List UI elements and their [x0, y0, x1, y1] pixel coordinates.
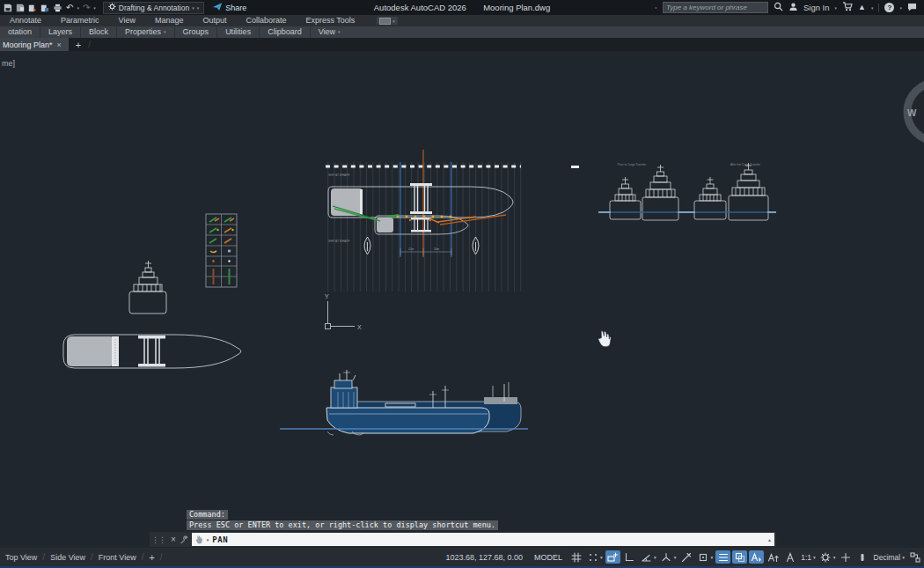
autodesk-logo-icon[interactable]: ▲	[858, 4, 866, 11]
autodesk-caret-icon[interactable]: ▾	[871, 5, 874, 11]
viewcube-west-label[interactable]: W	[907, 107, 917, 118]
annotation-scale-icon[interactable]	[782, 550, 797, 564]
redo-dropdown-icon[interactable]: ▾	[93, 5, 96, 11]
cart-icon[interactable]	[842, 2, 853, 13]
help-icon[interactable]: ?	[884, 3, 894, 12]
snap-caret-icon[interactable]: ▾	[600, 555, 603, 560]
open-icon[interactable]	[28, 4, 37, 12]
annotation-autoscale-toggle[interactable]	[766, 550, 781, 564]
model-space-button[interactable]: MODEL	[530, 553, 567, 562]
share-button[interactable]: Share	[213, 3, 246, 13]
feedback-bubble-icon[interactable]	[907, 3, 917, 13]
polar-tracking-toggle[interactable]	[639, 550, 654, 564]
layout-tab-side-view[interactable]: Side View	[45, 553, 91, 562]
new-drawing-button[interactable]: +	[76, 40, 81, 50]
command-bar[interactable]: ⋮⋮ × ▾ PAN ▴	[150, 532, 776, 547]
units-caret-icon[interactable]: ▾	[902, 555, 905, 560]
transfer-elevation-views: Prior to Cargo Transfer After the Cargo …	[598, 163, 776, 220]
command-bar-close-icon[interactable]: ×	[167, 535, 180, 544]
isometric-drafting-toggle[interactable]	[659, 550, 674, 564]
undo-dropdown-icon[interactable]: ▾	[77, 5, 79, 11]
help-caret-icon[interactable]: ▾	[899, 5, 902, 11]
drawing-canvas[interactable]: me]	[0, 51, 924, 548]
redo-icon[interactable]: ↷	[83, 4, 90, 12]
snap-mode-toggle[interactable]	[585, 550, 600, 564]
system-monitor-icon[interactable]	[907, 550, 922, 564]
panel-clipboard[interactable]: Clipboard	[260, 26, 311, 38]
quick-access-toolbar: ↶ ▾ ↷ ▾	[0, 4, 99, 12]
tab-collaborate[interactable]: Collaborate	[236, 15, 296, 26]
fender-dash-single	[571, 166, 579, 168]
coordinates-display[interactable]: 1023.68, 127.68, 0.00	[441, 553, 529, 562]
polar-caret-icon[interactable]: ▾	[654, 555, 656, 560]
transparency-toggle[interactable]	[732, 550, 747, 564]
object-snap-tracking-toggle[interactable]	[678, 550, 693, 564]
isodraft-caret-icon[interactable]: ▾	[674, 555, 677, 560]
command-expand-icon[interactable]: ▴	[768, 536, 771, 542]
object-snap-toggle[interactable]	[695, 550, 710, 564]
panel-layers[interactable]: Layers	[40, 26, 81, 38]
command-history: Command: Press ESC or ENTER to exit, or …	[187, 510, 498, 531]
osnap-caret-icon[interactable]: ▾	[710, 555, 713, 560]
workspace-switcher[interactable]: Drafting & Annotation ▾ ▾	[103, 2, 204, 14]
grid-display-toggle[interactable]	[568, 550, 583, 564]
panel-block[interactable]: Block	[81, 26, 117, 38]
search-expand-icon[interactable]: ‣	[655, 5, 657, 11]
plan-note-top: SHIP AT WHARF	[328, 173, 349, 177]
tab-express-tools[interactable]: Express Tools	[297, 15, 365, 26]
user-icon[interactable]	[788, 2, 798, 13]
tab-output[interactable]: Output	[193, 15, 236, 26]
ucs-icon[interactable]: Y X	[325, 293, 362, 330]
file-tab-mooring-plan[interactable]: Mooring Plan* ×	[0, 38, 69, 51]
customization-button[interactable]	[839, 550, 854, 564]
command-input[interactable]: ▾ PAN ▴	[192, 533, 774, 546]
scale-caret-icon[interactable]: ▾	[813, 555, 816, 560]
undo-icon[interactable]: ↶	[66, 4, 73, 12]
ucs-x-label: X	[357, 324, 362, 330]
layout-tab-top-view[interactable]: Top View	[0, 553, 42, 562]
panel-utilities[interactable]: Utilities	[217, 26, 260, 38]
panel-properties[interactable]: Properties ▾	[117, 26, 175, 38]
panel-groups[interactable]: Groups	[175, 26, 218, 38]
dimension-label-right: 20m	[434, 247, 440, 251]
panel-view[interactable]: View ▾	[311, 26, 348, 38]
file-tab-close-icon[interactable]: ×	[57, 41, 62, 49]
ribbon-media-button[interactable]: ▾	[377, 17, 398, 25]
title-bar: ↶ ▾ ↷ ▾ Drafting & Annotation ▾ ▾ Share …	[0, 0, 924, 15]
save-as-icon[interactable]	[16, 4, 25, 12]
print-icon[interactable]	[53, 4, 62, 12]
active-command-label: PAN	[212, 535, 228, 544]
units-label[interactable]: Decimal	[872, 553, 903, 562]
panel-annotation[interactable]: otation	[0, 26, 40, 38]
sign-in-caret-icon[interactable]: ▾	[835, 5, 838, 11]
isolate-objects-button[interactable]	[855, 550, 870, 564]
annotation-scale-value[interactable]: 1:1	[799, 553, 813, 562]
layout-tab-front-view[interactable]: Front View	[93, 553, 142, 562]
sign-in-label[interactable]: Sign In	[803, 3, 830, 12]
search-icon[interactable]	[774, 2, 783, 13]
file-tab-divider: /	[88, 40, 91, 49]
viewcube[interactable]: W	[907, 83, 924, 141]
ortho-mode-toggle[interactable]	[622, 550, 637, 564]
lineweight-toggle[interactable]	[715, 550, 730, 564]
customize-wrench-icon[interactable]	[180, 532, 188, 548]
tab-view[interactable]: View	[109, 15, 145, 26]
vessel-front-view-left	[129, 261, 166, 314]
workspace-gear-icon[interactable]	[818, 550, 833, 564]
tab-parametric[interactable]: Parametric	[51, 15, 109, 26]
annotation-visibility-toggle[interactable]	[749, 550, 764, 564]
plot-preview-icon[interactable]	[40, 4, 49, 12]
dynamic-input-toggle[interactable]	[605, 550, 620, 564]
status-bar: Top View / Side View / Front View / + / …	[0, 548, 924, 566]
gear-caret-icon[interactable]: ▾	[833, 555, 836, 560]
panel-view-caret-icon: ▾	[338, 26, 341, 38]
new-layout-button[interactable]: +	[143, 552, 159, 563]
tab-manage[interactable]: Manage	[145, 15, 194, 26]
large-vessel-deckhouse-strip	[360, 189, 363, 215]
command-bar-grip[interactable]: ⋮⋮	[150, 535, 167, 544]
titlebar-divider	[878, 4, 879, 12]
tab-annotate[interactable]: Annotate	[0, 15, 51, 26]
search-input[interactable]	[663, 2, 768, 13]
save-icon[interactable]	[4, 4, 12, 12]
command-options-caret-icon[interactable]: ▾	[207, 537, 209, 542]
